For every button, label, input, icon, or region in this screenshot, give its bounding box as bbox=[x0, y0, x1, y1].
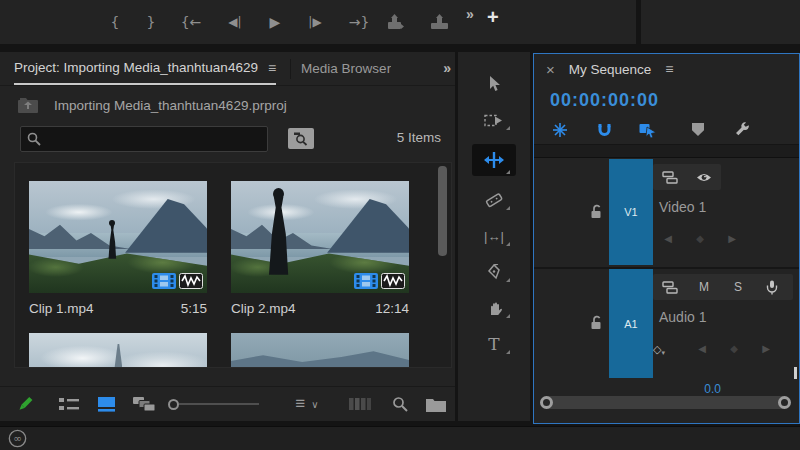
go-to-out-button[interactable]: →} bbox=[342, 10, 376, 34]
slip-tool[interactable]: |↔| bbox=[472, 224, 516, 248]
zoom-slider-track[interactable] bbox=[179, 403, 259, 405]
project-panel: Project: Importing Media_thanhtuan4629 ≡… bbox=[0, 52, 455, 421]
video-filmstrip-icon[interactable] bbox=[152, 273, 176, 289]
zoom-slider[interactable] bbox=[168, 392, 273, 416]
mark-in-button[interactable]: { bbox=[102, 10, 128, 34]
audio-gain-value[interactable]: 0.0 bbox=[704, 382, 721, 396]
type-tool[interactable]: T bbox=[472, 332, 516, 356]
snap-magnet-button[interactable] bbox=[594, 120, 614, 140]
next-keyframe-button[interactable]: ▶ bbox=[760, 343, 772, 354]
play-button[interactable]: ▶ bbox=[262, 10, 288, 34]
freeform-view-icon bbox=[133, 397, 155, 412]
voiceover-mic-icon[interactable] bbox=[755, 275, 789, 299]
items-count: 5 Items bbox=[397, 130, 441, 145]
tab-media-browser[interactable]: Media Browser bbox=[301, 61, 391, 76]
keyframe-type-selector[interactable]: ◇▾ bbox=[653, 343, 665, 357]
list-view-button[interactable] bbox=[50, 392, 88, 416]
search-input[interactable] bbox=[20, 126, 268, 152]
mute-button[interactable]: M bbox=[687, 275, 721, 299]
type-icon: T bbox=[488, 334, 499, 354]
timeline-settings-button[interactable] bbox=[732, 120, 752, 140]
previous-keyframe-button[interactable]: ◀ bbox=[696, 343, 708, 354]
add-button[interactable]: + bbox=[487, 6, 499, 29]
transport-toolbar: { } {← ◀| ▶ |▶ →} » + bbox=[0, 0, 636, 44]
freeform-view-button[interactable] bbox=[124, 392, 164, 416]
chevron-down-icon: ∨ bbox=[311, 399, 318, 410]
tab-divider bbox=[290, 59, 291, 79]
creative-cloud-icon: ∞ bbox=[8, 429, 27, 448]
add-keyframe-button[interactable]: ◆ bbox=[694, 233, 706, 244]
folder-up-icon[interactable] bbox=[18, 98, 38, 113]
step-back-button[interactable]: ◀| bbox=[218, 10, 252, 34]
go-to-in-button[interactable]: {← bbox=[174, 10, 208, 34]
sync-lock-icon[interactable] bbox=[653, 275, 687, 299]
panel-overflow-button[interactable]: » bbox=[443, 60, 451, 76]
audio-waveform-icon[interactable] bbox=[179, 273, 203, 289]
vertical-scrollbar[interactable] bbox=[438, 166, 447, 256]
clip-thumbnail-partial[interactable] bbox=[29, 333, 207, 368]
hand-tool[interactable] bbox=[472, 296, 516, 320]
audio-keyframe-controls: ◀ ◆ ▶ bbox=[696, 343, 772, 354]
lift-icon bbox=[386, 14, 420, 31]
automate-to-sequence-button[interactable] bbox=[337, 392, 383, 416]
selection-tool[interactable] bbox=[472, 72, 516, 96]
playhead-timecode[interactable]: 00:00:00:00 bbox=[550, 90, 659, 111]
audio-waveform-icon[interactable] bbox=[381, 273, 405, 289]
find-button[interactable] bbox=[382, 392, 416, 416]
toolbar-overflow-button[interactable]: » bbox=[466, 6, 474, 22]
source-patch-a1[interactable]: A1 bbox=[609, 269, 653, 378]
time-ruler[interactable] bbox=[534, 144, 799, 158]
track-lock-icon[interactable] bbox=[590, 204, 603, 219]
clip-thumbnail-partial[interactable] bbox=[231, 333, 409, 368]
clip-card[interactable]: Clip 1.mp4 5:15 bbox=[29, 181, 207, 316]
solo-button[interactable]: S bbox=[721, 275, 755, 299]
status-bar: ∞ bbox=[0, 426, 800, 450]
clip-label-row: Clip 2.mp4 12:14 bbox=[231, 301, 409, 316]
horizontal-scrollbar[interactable] bbox=[542, 396, 789, 409]
automate-to-sequence-icon bbox=[349, 397, 371, 411]
premiere-pro-window: { } {← ◀| ▶ |▶ →} » + Project: Importing… bbox=[0, 0, 800, 450]
extract-button[interactable] bbox=[430, 10, 464, 34]
timeline-tabbar[interactable]: × My Sequence ≡ bbox=[534, 54, 799, 84]
scrollbar-handle-left[interactable] bbox=[540, 396, 553, 409]
sequence-tab-label: My Sequence bbox=[569, 62, 652, 77]
next-keyframe-button[interactable]: ▶ bbox=[726, 233, 738, 244]
previous-keyframe-button[interactable]: ◀ bbox=[662, 233, 674, 244]
track-select-forward-tool[interactable] bbox=[472, 108, 516, 132]
video-filmstrip-icon[interactable] bbox=[354, 273, 378, 289]
tab-project[interactable]: Project: Importing Media_thanhtuan4629 ≡ bbox=[14, 52, 276, 85]
breadcrumb-label[interactable]: Importing Media_thanhtuan4629.prproj bbox=[54, 98, 287, 113]
scrollbar-handle-right[interactable] bbox=[778, 396, 791, 409]
breadcrumb: Importing Media_thanhtuan4629.prproj bbox=[0, 92, 287, 118]
clip-name[interactable]: Clip 1.mp4 bbox=[29, 301, 94, 316]
clip-name[interactable]: Clip 2.mp4 bbox=[231, 301, 296, 316]
ripple-edit-icon bbox=[483, 151, 505, 169]
new-bin-folder-icon bbox=[426, 397, 446, 412]
ripple-edit-tool[interactable] bbox=[472, 144, 516, 176]
step-forward-button[interactable]: |▶ bbox=[298, 10, 332, 34]
icon-view-button[interactable] bbox=[88, 392, 124, 416]
sync-lock-icon[interactable] bbox=[653, 165, 687, 189]
marker-icon bbox=[692, 123, 704, 136]
add-marker-button[interactable] bbox=[688, 120, 708, 140]
sort-icons-button[interactable]: ≡ ∨ bbox=[295, 392, 318, 416]
toggle-track-output-eye-icon[interactable] bbox=[687, 165, 721, 189]
panel-menu-icon[interactable]: ≡ bbox=[268, 60, 276, 76]
nest-insert-toggle-button[interactable] bbox=[550, 120, 570, 140]
pen-icon bbox=[486, 264, 502, 281]
zoom-slider-knob[interactable] bbox=[168, 399, 179, 410]
source-patch-v1[interactable]: V1 bbox=[609, 159, 653, 265]
panel-menu-icon[interactable]: ≡ bbox=[665, 61, 673, 77]
linked-selection-button[interactable] bbox=[638, 120, 658, 140]
search-bin-button[interactable] bbox=[288, 128, 314, 149]
pen-tool[interactable] bbox=[472, 260, 516, 284]
lift-button[interactable] bbox=[386, 10, 420, 34]
extract-icon bbox=[430, 14, 464, 31]
add-keyframe-button[interactable]: ◆ bbox=[728, 343, 740, 354]
close-icon[interactable]: × bbox=[546, 61, 555, 78]
clip-card[interactable]: Clip 2.mp4 12:14 bbox=[231, 181, 409, 316]
mark-out-button[interactable]: } bbox=[138, 10, 164, 34]
new-bin-button[interactable] bbox=[417, 392, 455, 416]
track-lock-icon[interactable] bbox=[590, 315, 603, 330]
razor-tool[interactable] bbox=[472, 188, 516, 212]
